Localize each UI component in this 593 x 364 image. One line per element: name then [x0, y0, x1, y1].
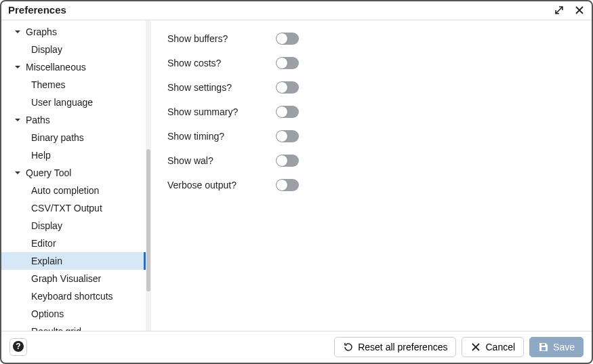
dialog-footer: ? Reset all preferences Cancel Save: [1, 331, 592, 363]
toggle-knob: [277, 131, 287, 142]
reset-all-preferences-button[interactable]: Reset all preferences: [334, 337, 456, 357]
toggle-knob: [277, 155, 287, 166]
toggle-verbose-output[interactable]: [276, 179, 299, 191]
sidebar-group-label: Query Tool: [26, 165, 71, 180]
setting-label: Verbose output?: [167, 180, 276, 190]
setting-show-costs: Show costs?: [167, 57, 575, 69]
toggle-show-buffers[interactable]: [276, 33, 299, 45]
toggle-knob: [277, 82, 287, 93]
toggle-knob: [277, 106, 287, 117]
sidebar-item-explain[interactable]: Explain: [1, 252, 146, 270]
setting-show-settings: Show settings?: [167, 81, 575, 94]
sidebar-item-graph-visualiser[interactable]: Graph Visualiser: [1, 270, 146, 287]
toggle-knob: [277, 180, 287, 190]
dialog-body: Graphs Display Miscellaneous Themes User…: [1, 20, 592, 331]
sidebar-item-auto-completion[interactable]: Auto completion: [1, 182, 146, 199]
preferences-dialog: Preferences Graphs Display: [0, 0, 593, 364]
sidebar-group-miscellaneous[interactable]: Miscellaneous: [1, 58, 146, 76]
sidebar-group-label: Paths: [26, 113, 50, 127]
titlebar: Preferences: [1, 1, 592, 20]
setting-label: Show settings?: [167, 82, 276, 93]
sidebar-item-keyboard-shortcuts[interactable]: Keyboard shortcuts: [1, 287, 146, 305]
sidebar-item-csv-txt-output[interactable]: CSV/TXT Output: [1, 199, 146, 217]
setting-label: Show timing?: [167, 131, 276, 142]
sidebar-item-results-grid[interactable]: Results grid: [1, 323, 146, 331]
sidebar-item-user-language[interactable]: User language: [1, 94, 146, 111]
chevron-down-icon: [14, 28, 22, 36]
settings-panel: Show buffers? Show costs? Show settings?…: [151, 20, 592, 331]
toggle-show-wal[interactable]: [276, 155, 299, 167]
sidebar-group-label: Graphs: [26, 24, 57, 39]
sidebar-item-display[interactable]: Display: [1, 217, 146, 235]
sidebar-item-binary-paths[interactable]: Binary paths: [1, 129, 146, 146]
sidebar-item-options[interactable]: Options: [1, 305, 146, 323]
sidebar: Graphs Display Miscellaneous Themes User…: [1, 20, 146, 331]
sidebar-group-paths[interactable]: Paths: [1, 111, 146, 129]
save-icon: [538, 342, 549, 352]
setting-label: Show buffers?: [167, 33, 276, 44]
sidebar-item-editor[interactable]: Editor: [1, 235, 146, 252]
sidebar-item-help[interactable]: Help: [1, 146, 146, 164]
setting-label: Show costs?: [167, 58, 276, 68]
toggle-show-summary[interactable]: [276, 106, 299, 118]
help-button[interactable]: ?: [9, 338, 27, 356]
sidebar-group-label: Miscellaneous: [26, 60, 86, 75]
chevron-down-icon: [14, 116, 22, 124]
expand-icon[interactable]: [554, 5, 565, 16]
svg-text:?: ?: [16, 342, 20, 351]
toggle-knob: [277, 33, 287, 44]
reset-icon: [343, 342, 354, 352]
sidebar-group-query-tool[interactable]: Query Tool: [1, 164, 146, 182]
setting-show-summary: Show summary?: [167, 106, 575, 118]
sidebar-group-graphs[interactable]: Graphs: [1, 23, 146, 41]
setting-show-buffers: Show buffers?: [167, 33, 575, 45]
chevron-down-icon: [14, 169, 22, 177]
sidebar-item-graphs-display[interactable]: Display: [1, 41, 146, 58]
toggle-show-settings[interactable]: [276, 81, 299, 94]
setting-verbose-output: Verbose output?: [167, 179, 575, 191]
sidebar-item-themes[interactable]: Themes: [1, 76, 146, 94]
setting-label: Show summary?: [167, 106, 276, 117]
toggle-show-costs[interactable]: [276, 57, 299, 69]
button-label: Reset all preferences: [358, 342, 447, 352]
button-label: Save: [553, 342, 575, 352]
toggle-knob: [277, 58, 287, 68]
close-icon[interactable]: [574, 5, 585, 16]
dialog-title: Preferences: [8, 4, 66, 16]
setting-label: Show wal?: [167, 155, 276, 166]
setting-show-wal: Show wal?: [167, 155, 575, 167]
save-button[interactable]: Save: [529, 337, 584, 357]
setting-show-timing: Show timing?: [167, 130, 575, 142]
button-label: Cancel: [485, 342, 515, 352]
close-icon: [470, 342, 481, 352]
toggle-show-timing[interactable]: [276, 130, 299, 142]
chevron-down-icon: [14, 63, 22, 71]
help-icon: ?: [12, 340, 24, 355]
sidebar-scrollbar-track[interactable]: [146, 20, 151, 331]
sidebar-scrollbar-thumb[interactable]: [146, 149, 150, 291]
cancel-button[interactable]: Cancel: [462, 337, 524, 357]
